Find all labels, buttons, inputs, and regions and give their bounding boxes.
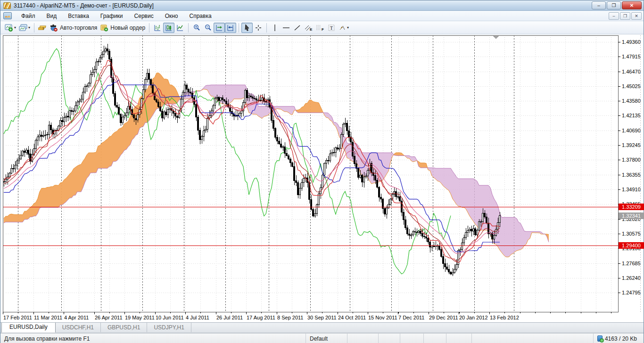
svg-text:4 Apr 2011: 4 Apr 2011 bbox=[64, 315, 89, 320]
svg-text:26 Jul 2011: 26 Jul 2011 bbox=[216, 315, 243, 320]
svg-text:1.34910: 1.34910 bbox=[622, 187, 641, 192]
svg-text:1.47915: 1.47915 bbox=[622, 54, 641, 59]
bars-chart-button[interactable] bbox=[152, 23, 163, 33]
auto-trading-label: Авто-торговля bbox=[60, 24, 97, 31]
auto-scroll-button[interactable] bbox=[214, 23, 225, 33]
svg-text:10 Jun 2011: 10 Jun 2011 bbox=[156, 315, 184, 320]
connection-status-icon bbox=[597, 335, 603, 342]
svg-text:19 May 2011: 19 May 2011 bbox=[125, 315, 155, 320]
status-cell bbox=[446, 334, 472, 343]
chevron-down-icon: ▾ bbox=[14, 25, 16, 30]
chart-svg: 1.493601.479151.464701.450251.435801.421… bbox=[0, 34, 644, 323]
fibonacci-button[interactable]: F bbox=[314, 23, 326, 33]
new-order-label: Новый ордер bbox=[110, 24, 145, 31]
chart-shift-button[interactable] bbox=[225, 23, 236, 33]
tab-eurusd-daily[interactable]: EURUSD,Daily bbox=[1, 322, 56, 333]
svg-text:1.33209: 1.33209 bbox=[622, 204, 641, 210]
profiles-button[interactable]: ▾ bbox=[17, 23, 32, 33]
menu-tools[interactable]: Сервис bbox=[129, 11, 159, 21]
minimize-button[interactable]: – bbox=[592, 1, 606, 9]
metatrader-logo-icon bbox=[3, 2, 11, 9]
trendline-button[interactable] bbox=[292, 23, 303, 33]
status-bar: Для вызова справки нажмите F1 Default 41… bbox=[0, 333, 644, 343]
cursor-button[interactable] bbox=[241, 23, 253, 33]
menu-view[interactable]: Вид bbox=[41, 11, 63, 21]
svg-text:1.32341: 1.32341 bbox=[622, 213, 641, 219]
svg-text:1.43580: 1.43580 bbox=[622, 98, 641, 104]
svg-text:13 Feb 2012: 13 Feb 2012 bbox=[490, 315, 519, 320]
menu-file[interactable]: Файл bbox=[16, 11, 41, 21]
tab-usdchf-h1[interactable]: USDCHF,H1 bbox=[56, 323, 101, 332]
svg-text:1.46470: 1.46470 bbox=[622, 69, 641, 74]
new-chart-button[interactable]: ▾ bbox=[3, 23, 17, 33]
mdi-minimize-button[interactable]: – bbox=[609, 12, 619, 20]
equidistant-channel-button[interactable]: E bbox=[303, 23, 314, 33]
window-title: 3117440 - AlpariNZ-MT5 - Демо-счет - [EU… bbox=[14, 2, 592, 9]
auto-trading-button[interactable]: Авто-торговля bbox=[48, 23, 99, 33]
crosshair-button[interactable] bbox=[253, 23, 264, 33]
chart-document-icon bbox=[3, 12, 12, 19]
svg-text:17 Aug 2011: 17 Aug 2011 bbox=[247, 315, 275, 320]
tab-usdjpy-h1[interactable]: USDJPY,H1 bbox=[147, 323, 191, 332]
mdi-close-button[interactable]: ✕ bbox=[631, 12, 642, 20]
svg-text:F: F bbox=[322, 27, 324, 32]
chart-tab-bar: EURUSD,Daily USDCHF,H1 GBPUSD,H1 USDJPY,… bbox=[0, 323, 644, 333]
menu-charts[interactable]: Графики bbox=[95, 11, 129, 21]
toolbar: ▾ ▾ 5 Авто-торговля Новый ордер bbox=[0, 21, 644, 34]
zoom-out-button[interactable] bbox=[202, 23, 214, 33]
mdi-restore-button[interactable]: ❐ bbox=[620, 12, 630, 20]
text-label-button[interactable]: T bbox=[326, 23, 337, 33]
svg-text:15 Nov 2011: 15 Nov 2011 bbox=[368, 315, 397, 320]
svg-text:1.39245: 1.39245 bbox=[622, 142, 641, 148]
svg-text:7 Dec 2011: 7 Dec 2011 bbox=[398, 315, 424, 320]
candles-chart-button[interactable] bbox=[163, 23, 174, 33]
svg-text:1.29400: 1.29400 bbox=[622, 243, 641, 248]
menu-help[interactable]: Справка bbox=[184, 11, 217, 21]
svg-text:1.45025: 1.45025 bbox=[622, 83, 641, 89]
status-cell bbox=[400, 334, 424, 343]
svg-text:1.49360: 1.49360 bbox=[622, 39, 641, 45]
horizontal-line-button[interactable] bbox=[281, 23, 292, 33]
new-order-button[interactable]: Новый ордер bbox=[99, 23, 147, 33]
time-axis[interactable]: 17 Feb 201111 Mar 20114 Apr 201126 Apr 2… bbox=[3, 312, 611, 320]
ichimoku-cloud bbox=[4, 73, 549, 257]
svg-text:E: E bbox=[310, 27, 313, 32]
menu-insert[interactable]: Вставка bbox=[62, 11, 95, 21]
zoom-in-button[interactable] bbox=[191, 23, 202, 33]
chevron-down-icon: ▾ bbox=[28, 25, 30, 30]
status-profile[interactable]: Default bbox=[306, 334, 347, 343]
chevron-down-icon: ▾ bbox=[347, 25, 349, 30]
price-axis[interactable]: 1.493601.479151.464701.450251.435801.421… bbox=[618, 35, 641, 312]
svg-text:11 Mar 2011: 11 Mar 2011 bbox=[34, 315, 62, 320]
title-bar: 3117440 - AlpariNZ-MT5 - Демо-счет - [EU… bbox=[0, 0, 644, 11]
status-help-text: Для вызова справки нажмите F1 bbox=[0, 334, 306, 343]
svg-text:1.42135: 1.42135 bbox=[622, 113, 641, 118]
tab-gbpusd-h1[interactable]: GBPUSD,H1 bbox=[101, 323, 147, 332]
svg-text:1.36355: 1.36355 bbox=[622, 172, 641, 178]
line-chart-button[interactable] bbox=[174, 23, 186, 33]
status-cell bbox=[424, 334, 446, 343]
traffic-counter: 4163 / 20 Kb bbox=[605, 335, 637, 342]
svg-text:4 Jul 2011: 4 Jul 2011 bbox=[186, 315, 209, 320]
svg-text:1.24795: 1.24795 bbox=[622, 290, 641, 295]
svg-text:17 Feb 2011: 17 Feb 2011 bbox=[3, 315, 32, 320]
metatrader-window: 3117440 - AlpariNZ-MT5 - Демо-счет - [EU… bbox=[0, 0, 644, 343]
arrows-objects-button[interactable]: ▾ bbox=[337, 23, 350, 33]
vertical-line-button[interactable] bbox=[269, 23, 281, 33]
chart-shift-marker[interactable] bbox=[493, 36, 499, 39]
svg-text:30 Sep 2011: 30 Sep 2011 bbox=[307, 315, 337, 320]
svg-text:5: 5 bbox=[42, 27, 44, 30]
restore-button[interactable]: ❐ bbox=[607, 1, 621, 9]
menu-window[interactable]: Окно bbox=[159, 11, 184, 21]
price-chart[interactable]: 1.493601.479151.464701.450251.435801.421… bbox=[0, 34, 644, 323]
svg-text:20 Jan 2012: 20 Jan 2012 bbox=[459, 315, 488, 320]
svg-text:T: T bbox=[330, 25, 333, 31]
close-button[interactable]: ✕ bbox=[622, 1, 642, 9]
mql5-community-button[interactable]: 5 bbox=[37, 23, 48, 33]
svg-text:8 Sep 2011: 8 Sep 2011 bbox=[277, 315, 303, 320]
svg-text:24 Oct 2011: 24 Oct 2011 bbox=[338, 315, 366, 320]
status-cell bbox=[379, 334, 400, 343]
svg-text:1.26240: 1.26240 bbox=[622, 275, 641, 281]
status-connection[interactable]: 4163 / 20 Kb bbox=[594, 334, 644, 343]
svg-text:1.40690: 1.40690 bbox=[622, 128, 641, 133]
